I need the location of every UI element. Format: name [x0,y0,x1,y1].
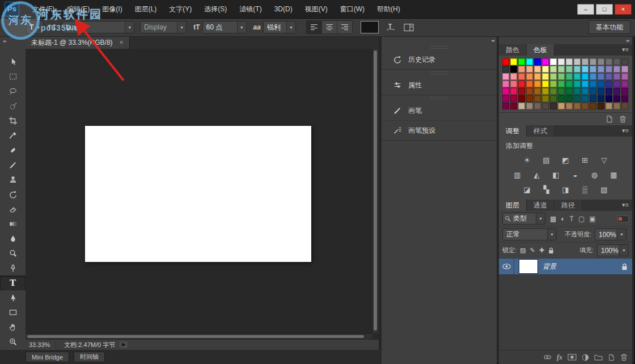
swatch[interactable] [518,81,525,87]
tab-paths[interactable]: 路径 [554,200,582,211]
swatch[interactable] [598,88,604,95]
swatch[interactable] [582,73,589,80]
path-selection-tool[interactable] [0,290,26,305]
swatch[interactable] [606,103,612,109]
drag-grip[interactable] [431,97,448,100]
layer-visibility-eye-icon[interactable] [499,259,514,274]
tool-preset-picker[interactable]: T ▼ [26,20,44,34]
hue-saturation-icon[interactable]: ▥ [512,170,523,180]
swatch[interactable] [550,88,557,95]
layer-style-fx-icon[interactable]: fx [557,354,562,361]
lasso-tool[interactable] [0,84,26,99]
expand-dock-icon[interactable]: ◂◂ [491,38,493,43]
swatch[interactable] [590,88,596,95]
swatch[interactable] [566,95,573,102]
status-menu-arrow-icon[interactable]: ▶ [120,341,128,348]
gradient-tool[interactable] [0,217,26,231]
rectangular-marquee-tool[interactable] [0,69,26,84]
levels-icon[interactable]: ▤ [541,155,552,166]
swatch[interactable] [518,88,525,95]
vertical-scrollbar-thumb[interactable] [374,50,377,331]
photo-filter-icon[interactable]: ◒ [570,170,581,180]
link-layers-icon[interactable] [543,354,552,361]
history-brush-tool[interactable] [0,187,26,202]
horizontal-scrollbar-thumb[interactable] [27,335,364,338]
swatch[interactable] [558,58,565,65]
swatch[interactable] [542,88,549,95]
new-layer-icon[interactable] [608,354,615,361]
swatch[interactable] [590,66,596,73]
lock-transparency-icon[interactable]: ▨ [520,247,526,254]
tab-channels[interactable]: 通道 [527,200,554,211]
panel-menu-icon[interactable]: ▾≡ [622,127,629,134]
opacity-select[interactable]: 100% ▼ [595,228,626,240]
swatch[interactable] [606,66,612,73]
layer-filter-select[interactable]: 类型 ▼ [502,213,545,225]
swatch[interactable] [526,103,533,109]
color-balance-icon[interactable]: ◭ [531,170,543,180]
add-layer-mask-icon[interactable] [568,354,577,361]
swatch[interactable] [558,81,565,87]
swatch[interactable] [598,81,604,87]
swatch[interactable] [621,88,628,95]
posterize-icon[interactable]: ▚ [541,185,552,195]
swatch[interactable] [590,73,596,80]
swatch[interactable] [518,66,525,73]
maximize-button[interactable]: □ [596,4,613,15]
toolbar-collapse-icon[interactable]: ▸▸ [0,36,26,46]
timeline-button[interactable]: 时间轴 [74,352,105,362]
swatch[interactable] [526,73,533,80]
chevron-down-icon[interactable]: ▼ [125,22,134,33]
swatch[interactable] [534,88,541,95]
swatch[interactable] [526,66,533,73]
channel-mixer-icon[interactable]: ◍ [589,170,600,180]
collapse-to-icons-icon[interactable]: ▸▸ [626,38,629,43]
document-tab[interactable]: 未标题-1 @ 33.3%(RGB/8) × [26,36,130,49]
warp-text-icon[interactable]: T [386,23,396,32]
swatch[interactable] [590,103,596,109]
tab-color[interactable]: 颜色 [499,44,527,56]
swatch[interactable] [534,73,541,80]
swatch[interactable] [566,88,573,95]
swatch[interactable] [598,58,604,65]
swatch[interactable] [590,58,596,65]
canvas-area[interactable] [26,49,379,333]
exposure-icon[interactable]: ⊞ [579,155,591,166]
swatch[interactable] [534,95,541,102]
swatch[interactable] [502,66,509,73]
menu-item[interactable]: 编辑(E) [61,0,96,18]
pixel-layer-filter-icon[interactable]: ▩ [550,215,556,223]
brush-presets-panel-button[interactable]: 画笔预设 [382,120,497,140]
swatch[interactable] [566,81,573,87]
swatch[interactable] [502,88,509,95]
new-adjustment-layer-icon[interactable] [582,354,589,361]
chevron-down-icon[interactable]: ▼ [237,22,246,33]
vibrance-icon[interactable]: ▽ [599,155,610,166]
swatch[interactable] [550,66,557,73]
tab-adjustments[interactable]: 调整 [499,125,527,137]
swatch[interactable] [510,88,517,95]
quick-selection-tool[interactable] [0,99,26,113]
swatch[interactable] [510,66,517,73]
text-orientation-icon[interactable]: T [47,23,58,32]
align-center-button[interactable] [322,21,337,33]
swatch[interactable] [574,88,581,95]
menu-item[interactable]: 帮助(H) [371,0,407,18]
brush-tool[interactable] [0,158,26,172]
swatch[interactable] [621,95,628,102]
zoom-level-field[interactable]: 33.33% [29,341,56,348]
align-right-button[interactable] [337,21,352,33]
swatch[interactable] [606,88,612,95]
anti-alias-select[interactable]: 锐利 ▼ [263,21,296,33]
swatch[interactable] [510,95,517,102]
menu-item[interactable]: 图像(I) [96,0,128,18]
swatch[interactable] [621,103,628,109]
menu-item[interactable]: 选择(S) [198,0,233,18]
swatch[interactable] [558,66,565,73]
eyedropper-tool[interactable] [0,128,26,143]
chevron-down-icon[interactable]: ▼ [536,213,545,224]
swatch[interactable] [613,81,620,87]
spot-healing-brush-tool[interactable] [0,143,26,158]
new-group-folder-icon[interactable] [594,354,603,361]
swatch[interactable] [510,73,517,80]
